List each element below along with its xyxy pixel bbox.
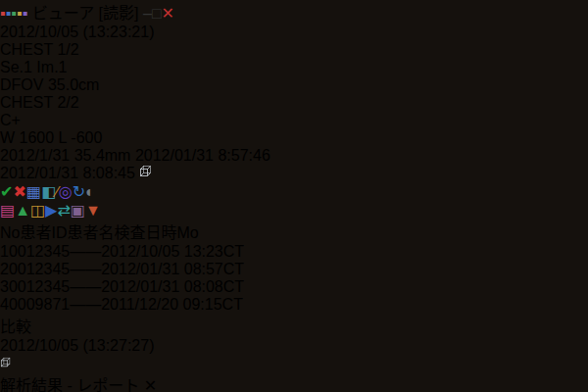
table-cell: 0012345: [9, 278, 70, 295]
viewport-timestamp: 2012/01/31 8:08:45: [0, 165, 135, 181]
capture-icon[interactable]: ◫: [30, 202, 45, 219]
table-cell: CT: [222, 296, 243, 313]
table-cell: 0012345: [9, 261, 70, 277]
table-cell: 2012/01/31 08:08: [101, 278, 223, 295]
table-cell: 2012/01/31 08:57: [101, 261, 223, 277]
tools-icon[interactable]: ▪: [23, 5, 28, 22]
sync-icon[interactable]: ⇄: [57, 202, 70, 219]
close-icon[interactable]: ✕: [144, 377, 157, 392]
photo-scene: ▪▪▪▪▪ ビューア [読影] –□✕ 2012/10/05 (13:23:21…: [0, 0, 588, 392]
graph-icon[interactable]: ▲: [15, 202, 30, 219]
measurement-label: 35.4mm: [74, 147, 131, 164]
minimize-icon[interactable]: –: [143, 5, 152, 22]
table-cell: ――: [70, 296, 101, 313]
cine-icon[interactable]: ▶: [45, 202, 57, 219]
maximize-icon[interactable]: □: [152, 5, 162, 22]
table-cell: 検査日時: [114, 224, 176, 241]
window-level-icon[interactable]: ◐: [85, 183, 95, 200]
magnify-icon[interactable]: ◎: [59, 183, 73, 200]
close-icon[interactable]: ✕: [162, 5, 174, 22]
table-cell: 2012/10/05 13:23: [101, 243, 223, 260]
table-cell: CT: [223, 261, 244, 277]
table-cell: No: [0, 224, 20, 241]
rotate-icon[interactable]: ↻: [73, 183, 85, 200]
wall-background: [495, 0, 588, 392]
print-icon[interactable]: ▣: [71, 202, 85, 219]
table-cell: 3: [0, 278, 9, 295]
table-cell: 患者名: [67, 224, 114, 241]
viewport-date-overlay: 2012/1/31: [0, 147, 70, 164]
table-cell: 4: [0, 296, 9, 313]
table-cell: 患者ID: [20, 224, 67, 241]
confirm-icon[interactable]: ✔: [0, 183, 13, 200]
table-cell: 2011/12/20 09:15: [101, 296, 221, 313]
table-cell: 1: [0, 243, 9, 260]
table-cell: CT: [223, 243, 244, 260]
cancel-icon[interactable]: ✖: [13, 183, 25, 200]
table-cell: CT: [223, 278, 244, 295]
report-icon[interactable]: ▤: [0, 202, 15, 219]
table-cell: ――: [70, 261, 101, 277]
split-view-icon[interactable]: ◧: [41, 183, 56, 200]
window-title: ビューア [読影]: [32, 5, 139, 22]
series-layout-icon[interactable]: ▦: [26, 183, 41, 200]
viewport-timestamp: 2012/01/31 8:57:46: [135, 147, 270, 164]
table-cell: 0009871: [9, 296, 70, 313]
table-cell: 0012345: [9, 243, 70, 260]
orientation-cube-icon[interactable]: [0, 357, 12, 368]
titlebar-app-icons: ▪▪▪▪▪: [0, 5, 27, 22]
table-cell: Mo: [177, 224, 199, 241]
save-icon[interactable]: ▼: [85, 202, 101, 219]
table-cell: ――: [70, 278, 101, 295]
window-control-icons: –□✕: [143, 5, 174, 22]
table-cell: 2: [0, 261, 9, 277]
report-title: 解析結果 - レポート: [0, 377, 139, 392]
orientation-cube-icon[interactable]: [139, 165, 153, 178]
table-cell: ――: [70, 243, 101, 260]
